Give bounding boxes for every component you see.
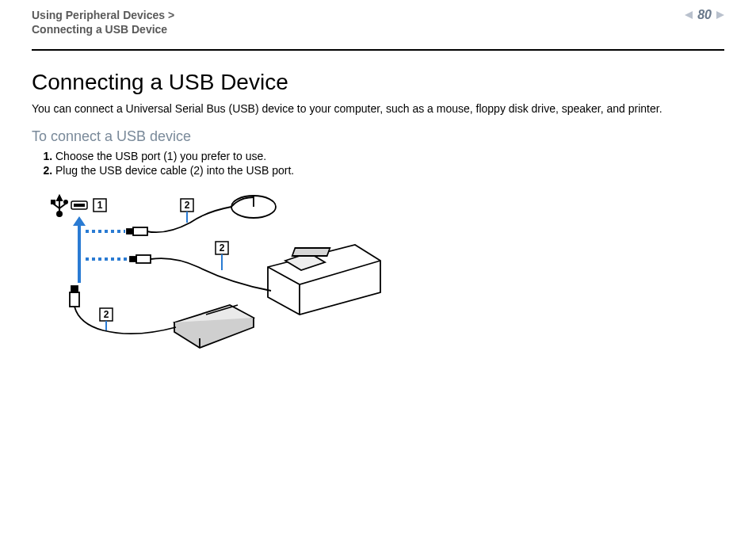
svg-marker-10 [73,216,86,283]
page-title: Connecting a USB Device [32,70,724,95]
svg-rect-25 [70,292,79,307]
printer-icon [130,245,380,315]
step-2: Plug the USB device cable (2) into the U… [55,164,724,177]
document-page: Using Peripheral Devices > Connecting a … [0,0,756,534]
callout-2-mouse: 2 [181,199,193,223]
prev-page-icon[interactable] [685,11,693,19]
arrow-up-icon [73,216,86,283]
steps-list: Choose the USB port (1) you prefer to us… [32,150,724,177]
breadcrumb-line2: Connecting a USB Device [32,22,174,36]
svg-rect-26 [71,286,78,292]
page-number-nav: 80 [685,8,724,22]
floppy-drive-icon [70,286,254,348]
usb-port-icon [71,201,87,209]
callout-1-label: 1 [97,200,103,211]
svg-line-3 [59,204,66,208]
step-1: Choose the USB port (1) you prefer to us… [55,150,724,162]
svg-marker-5 [57,196,62,200]
page-number: 80 [697,8,712,22]
callout-2c-label: 2 [104,309,109,320]
callout-2b-label: 2 [220,242,225,254]
svg-rect-14 [127,229,133,234]
lead-paragraph: You can connect a Universal Serial Bus (… [32,101,724,117]
callout-2a-label: 2 [185,200,190,211]
breadcrumb: Using Peripheral Devices > Connecting a … [32,8,174,36]
section-subhead: To connect a USB device [32,128,724,145]
svg-rect-4 [52,200,55,204]
svg-rect-8 [74,204,85,207]
header-rule [32,49,724,51]
svg-point-6 [64,200,67,204]
figure-usb-devices: 1 2 [48,188,724,365]
svg-rect-19 [136,255,151,263]
usb-diagram-icon: 1 2 [48,188,388,362]
svg-rect-20 [130,257,136,261]
callout-1: 1 [94,199,106,212]
breadcrumb-line1: Using Peripheral Devices > [32,8,174,22]
callout-2-floppy: 2 [100,308,113,330]
usb-symbol-icon [52,196,67,216]
page-header: Using Peripheral Devices > Connecting a … [32,0,724,44]
callout-2-printer: 2 [216,242,228,270]
mouse-icon [127,196,276,235]
svg-rect-13 [133,227,147,235]
next-page-icon[interactable] [716,11,724,19]
svg-rect-18 [292,248,330,256]
